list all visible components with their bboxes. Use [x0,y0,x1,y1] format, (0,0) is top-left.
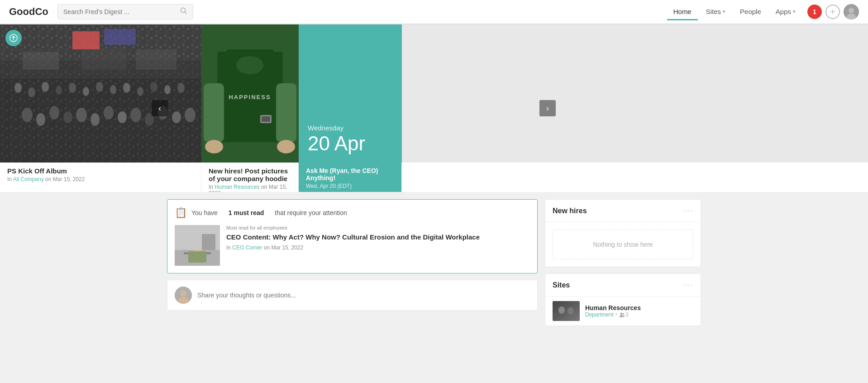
site-info: Human Resources Department • [585,304,693,318]
search-input[interactable] [63,8,176,15]
svg-point-13 [36,113,45,126]
svg-point-63 [180,290,186,297]
add-button[interactable]: + [825,5,840,19]
header-icons: 1 + [807,4,859,19]
nav: Home Sites ▾ People Apps ▾ [667,4,802,19]
must-read-card: 📋 You have 1 must read that require your… [167,199,538,273]
avatar[interactable] [844,4,859,19]
svg-point-26 [28,87,35,97]
post-card [167,280,538,311]
carousel-slide-1[interactable] [0,24,201,163]
site-type: Department [585,311,614,318]
svg-point-23 [172,111,181,123]
svg-point-12 [22,108,33,122]
svg-point-15 [63,111,72,123]
new-hires-header: New hires ··· [545,200,701,222]
caption-3: Ask Me (Ryan, the CEO) Anything! Wed, Ap… [299,163,402,192]
svg-point-34 [137,87,143,96]
article-site-link[interactable]: CEO Corner [232,244,262,251]
svg-rect-51 [204,83,224,142]
svg-point-18 [104,106,114,120]
svg-point-33 [123,83,130,93]
must-read-header: 📋 You have 1 must read that require your… [175,207,530,219]
svg-rect-40 [136,49,176,70]
site-meta: Department • 3 [585,311,693,318]
sites-card: Sites ··· [545,273,701,326]
svg-rect-38 [23,52,59,70]
svg-point-37 [177,83,185,93]
chevron-down-icon: ▾ [723,9,725,14]
svg-line-1 [185,12,186,14]
svg-point-67 [558,306,565,314]
event-day: Wednesday [308,124,393,132]
content-area: 📋 You have 1 must read that require your… [158,192,710,333]
must-read-count[interactable]: 1 must read [229,209,264,216]
carousel-prev-button[interactable]: ‹ [152,100,168,116]
new-hires-card: New hires ··· Nothing to show here [545,199,701,267]
notification-badge[interactable]: 1 [807,5,822,19]
caption-sub-3: Wed, Apr 20 (EDT) [306,183,394,189]
must-read-suffix: that require your attention [275,209,347,216]
svg-rect-58 [188,251,206,263]
carousel-captions: PS Kick Off Album In All Company on Mar … [0,163,868,192]
svg-point-32 [110,85,116,94]
svg-point-27 [42,82,49,92]
svg-point-31 [96,82,103,92]
sites-header: Sites ··· [545,274,701,297]
carousel-slide-2[interactable]: HAPPINESS [201,24,299,163]
caption-1: PS Kick Off Album In All Company on Mar … [0,163,201,192]
svg-rect-42 [104,29,136,45]
carousel-slide-3[interactable]: Wednesday 20 Apr [299,24,402,163]
svg-point-35 [150,82,157,92]
nav-item-people[interactable]: People [734,4,768,20]
svg-point-54 [277,140,295,153]
nav-item-apps[interactable]: Apps ▾ [769,4,802,20]
site-name: Human Resources [585,304,693,311]
article-info: Must read for all employees CEO Content:… [226,225,530,266]
carousel-next-button[interactable]: › [539,100,556,116]
sites-menu-button[interactable]: ··· [684,280,693,290]
svg-rect-39 [81,47,127,70]
svg-point-47 [236,56,263,74]
must-read-item[interactable]: Must read for all employees CEO Content:… [175,225,530,266]
svg-point-16 [76,108,87,122]
must-read-icon: 📋 [175,207,187,219]
caption-sub-1: In All Company on Mar 15, 2022 [7,176,194,182]
site-item[interactable]: Human Resources Department • [545,297,701,326]
svg-point-14 [49,106,59,120]
search-bar[interactable] [57,4,193,19]
caption-title-2: New hires! Post pictures of your company… [209,167,291,182]
svg-text:HAPPINESS: HAPPINESS [229,94,271,101]
logo[interactable]: GoodCo [9,6,48,18]
nav-item-home[interactable]: Home [667,4,698,20]
must-read-prefix: You have [191,209,218,216]
svg-rect-60 [202,234,215,250]
svg-point-36 [164,85,171,94]
right-column: New hires ··· Nothing to show here Sites… [545,199,701,326]
article-title[interactable]: CEO Content: Why Act? Why Now? Cultural … [226,232,530,242]
new-hires-menu-button[interactable]: ··· [684,206,693,215]
caption-title-3: Ask Me (Ryan, the CEO) Anything! [306,167,394,182]
svg-rect-50 [262,116,270,122]
svg-point-69 [620,313,622,315]
caption-site-link-1[interactable]: All Company [13,176,44,182]
site-thumbnail [553,301,580,321]
nav-item-sites[interactable]: Sites ▾ [700,4,732,20]
svg-point-17 [91,113,100,126]
svg-point-30 [83,87,89,96]
main-content: HAPPINESS [0,24,868,333]
new-hires-title: New hires [553,207,587,215]
carousel-section: HAPPINESS [0,24,868,192]
svg-point-24 [185,108,196,122]
svg-point-28 [56,86,62,95]
svg-point-68 [568,307,574,315]
carousel-images: HAPPINESS [0,24,868,163]
post-input[interactable] [197,292,530,299]
caption-title-1: PS Kick Off Album [7,167,194,175]
event-date-large: 20 Apr [308,134,393,153]
header: GoodCo Home Sites ▾ People Apps ▾ 1 + [0,0,868,24]
left-column: 📋 You have 1 must read that require your… [167,199,538,326]
caption-sub-2: In Human Resources on Mar 15, 2022 [209,184,291,192]
caption-site-link-2[interactable]: Human Resources [215,184,259,190]
share-icon [5,30,22,46]
